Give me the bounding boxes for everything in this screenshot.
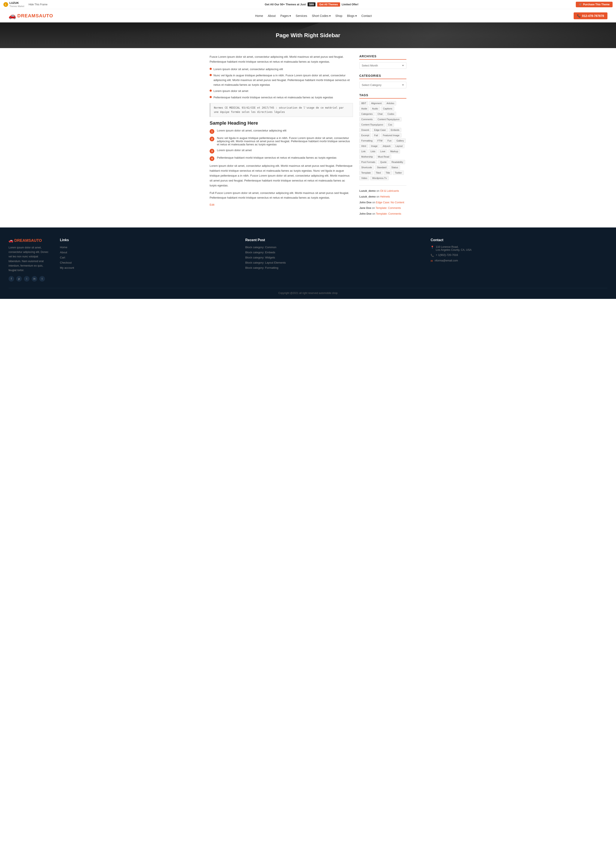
archives-select[interactable]: Select Month [359,62,406,69]
tag-item[interactable]: Twitter [393,171,403,175]
intro-paragraph: Fusce Lorem ipsum dolor sit amet, consec… [210,55,353,64]
tag-item[interactable]: Gallery [394,139,406,143]
instagram-icon[interactable]: i [24,276,30,282]
tag-item[interactable]: FTW [375,139,384,143]
footer-link[interactable]: About [60,251,67,254]
logo-area: 🚗 DREAMSAUTO [9,12,53,19]
nav-shop[interactable]: Shop [335,14,343,18]
tag-item[interactable]: Tiled [374,171,383,175]
nav-services[interactable]: Services [295,14,307,18]
footer-post-item: Block category: Formatting [245,266,422,269]
luzuk-logo-icon: L [3,2,8,7]
tag-item[interactable]: Categories [359,112,375,116]
tag-item[interactable]: Content Περιεχόμενο [359,122,385,127]
tag-item[interactable]: Template [359,171,373,175]
footer-link[interactable]: My account [60,266,74,269]
footer-post-link[interactable]: Block category: Embeds [245,251,275,254]
tag-item[interactable]: Edge Case [372,128,387,132]
tag-item[interactable]: Title [384,171,392,175]
tag-item[interactable]: Status [390,165,400,170]
recent-comment: Luzuk_demo on Oil & Lubricants [359,189,406,193]
footer-recent-posts-list: Block category: CommonBlock category: Em… [245,245,422,269]
tag-item[interactable]: Post Formats [359,160,377,164]
hide-frame-link[interactable]: Hide This Frame [28,3,47,6]
tag-item[interactable]: Content Περιεχόμενο [375,117,402,121]
facebook-icon[interactable]: f [9,276,14,282]
tag-item[interactable]: Featured Image [381,133,402,137]
footer-link[interactable]: Cart [60,256,65,259]
comment-link[interactable]: Helmets [380,195,390,198]
tag-item[interactable]: 8BIT [359,101,368,105]
tag-item[interactable]: Chat [375,112,384,116]
tag-item[interactable]: Fail [372,133,380,137]
footer-post-link[interactable]: Block category: Formatting [245,266,278,269]
edit-link[interactable]: Edit [210,203,214,206]
footer-post-link[interactable]: Block category: Widgets [245,256,275,259]
footer-social: f p i in t [9,276,51,282]
sidebar: ARCHIVES Select Month CATEGORIES Select … [359,55,406,221]
tag-item[interactable]: Captions [381,106,394,111]
tag-item[interactable]: Jetpack [381,144,393,148]
categories-select[interactable]: Select Category [359,82,406,88]
tag-item[interactable]: Lists [369,149,377,153]
numbered-item: 3 Lorem ipsum dolor sit amet [210,149,353,153]
nav-blogs[interactable]: Blogs ▾ [347,14,357,18]
nav-home[interactable]: Home [255,14,263,18]
recent-comment: Jane Doe on Template: Comments [359,206,406,210]
tag-item[interactable]: Standard [375,165,389,170]
footer-post-item: Block category: Widgets [245,256,422,259]
comment-link[interactable]: Oil & Lubricants [380,189,399,192]
tag-item[interactable]: Markup [389,149,400,153]
tag-item[interactable]: Readability [390,160,405,164]
tag-item[interactable]: Formatting [359,139,375,143]
tag-item[interactable]: Css [386,122,394,127]
get-all-button[interactable]: Get All Themes [317,2,340,7]
tag-item[interactable]: Codex [386,112,396,116]
phone-button[interactable]: 📞 012-478-787878 [574,12,607,19]
tag-item[interactable]: Dowork [359,128,371,132]
footer-link[interactable]: Home [60,246,67,249]
nav-pages[interactable]: Pages ▾ [281,14,291,18]
tag-item[interactable]: Aside [359,106,369,111]
footer-link[interactable]: Checkout [60,261,72,264]
tag-item[interactable]: Quote [378,160,389,164]
tag-item[interactable]: Articles [384,101,396,105]
twitter-icon[interactable]: t [39,276,45,282]
tag-item[interactable]: Comments [359,117,375,121]
tag-item[interactable]: Wordpress.Tv [370,176,389,180]
nav-contact[interactable]: Contact [362,14,372,18]
tag-item[interactable]: Mothership [359,155,375,159]
comment-link[interactable]: Edge Case: No Content [376,201,404,204]
tag-item[interactable]: Audio [370,106,380,111]
nav-about[interactable]: About [268,14,276,18]
tag-item[interactable]: Link [359,149,368,153]
tag-item[interactable]: Alignment [369,101,384,105]
list-item: Pellentesque habitant morbi tristique se… [210,95,353,100]
tag-item[interactable]: Fun [386,139,393,143]
body-paragraph-1: Lorem ipsum dolor sit amet, consectetur … [210,164,353,188]
pinterest-icon[interactable]: p [16,276,22,282]
tag-item[interactable]: Shortcode [359,165,374,170]
footer-contact-col: Contact 📍 110 Lorence Road, Los Angeles … [431,238,607,282]
tag-item[interactable]: Html [359,144,368,148]
footer-post-link[interactable]: Block category: Layout Elements [245,261,286,264]
footer-post-item: Block category: Embeds [245,251,422,254]
tag-item[interactable]: Excerpt [359,133,371,137]
footer-post-link[interactable]: Block category: Common [245,246,276,249]
tag-item[interactable]: Video [359,176,369,180]
tag-item[interactable]: Love [378,149,387,153]
comment-link[interactable]: Template: Comments [376,212,401,215]
tag-item[interactable]: Layout [394,144,405,148]
tag-item[interactable]: Embeds [389,128,401,132]
recent-comment: Luzuk_demo on Helmets [359,195,406,199]
purchase-button[interactable]: 🛒 Purchase This Theme [576,2,613,7]
comment-link[interactable]: Template: Comments [375,207,401,210]
tag-item[interactable]: Image [369,144,380,148]
location-icon: 📍 [431,246,434,249]
recent-comment: John Doe on Template: Comments [359,212,406,216]
tags-title: TAGS [359,93,406,99]
nav-shortcodes[interactable]: Short Codes ▾ [312,14,331,18]
tag-item[interactable]: Must Read [376,155,391,159]
linkedin-icon[interactable]: in [32,276,37,282]
bullet-list: Lorem ipsum dolor sit amet, consectetur … [210,67,353,100]
